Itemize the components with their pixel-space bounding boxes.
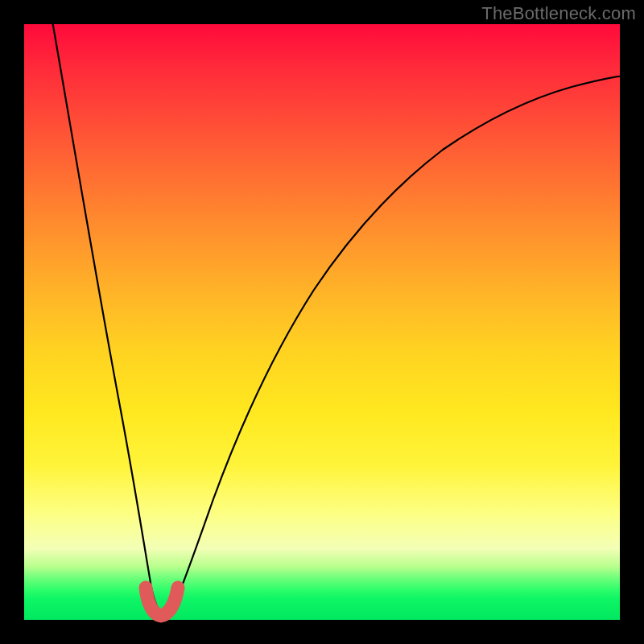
chart-frame: TheBottleneck.com [0,0,644,644]
bottleneck-curve [52,21,623,613]
plot-svg [24,24,620,620]
gradient-plot-area [24,24,620,620]
minimum-marker [146,588,178,616]
watermark-text: TheBottleneck.com [481,3,636,24]
